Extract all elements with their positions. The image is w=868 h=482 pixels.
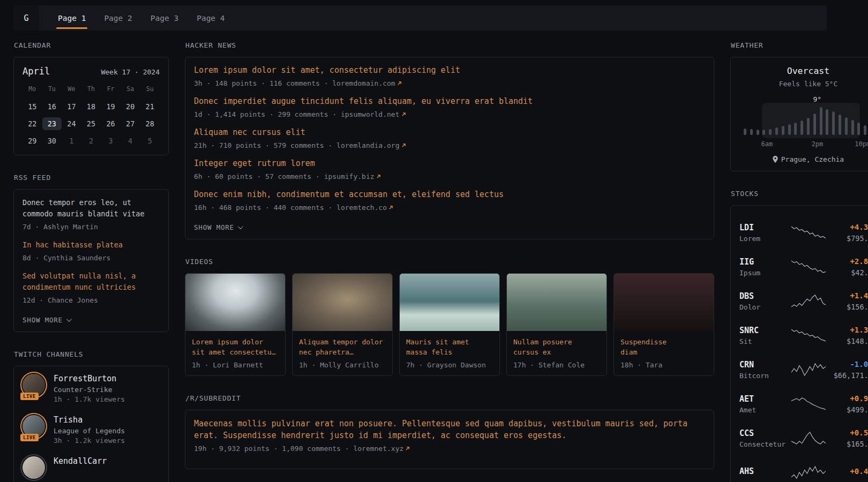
calendar-day: 27	[121, 117, 140, 130]
stock-sparkline	[791, 431, 826, 445]
video-title[interactable]: Aliquam tempor dolor nec pharetra…	[299, 337, 386, 357]
stock-values: -1.00% $66,171.48	[826, 359, 868, 380]
stock-values: +4.35% $795.18	[826, 222, 868, 243]
hn-item-meta: 16h · 468 points · 440 comments · loremt…	[194, 203, 705, 212]
weather-location: Prague, Czechia	[738, 155, 868, 163]
hn-item-meta: 6h · 60 points · 57 comments · ipsumify.…	[194, 172, 705, 181]
stock-name: Bitcorn	[739, 372, 791, 380]
hn-show-more-button[interactable]: SHOW MORE	[194, 223, 242, 231]
twitch-channel-row[interactable]: LIVE Trisha League of Legends 3h · 1.2k …	[23, 415, 160, 445]
avatar	[23, 456, 45, 479]
hn-item-meta-text: 6h · 60 points · 57 comments · ipsumify.…	[194, 172, 375, 180]
chevron-down-icon	[238, 224, 243, 229]
external-link-icon[interactable]	[376, 172, 381, 181]
tab-page-4[interactable]: Page 4	[190, 5, 231, 31]
hacker-news-widget: HACKER NEWS Lorem ipsum dolor sit amet, …	[185, 41, 714, 239]
stock-change: +1.36%	[826, 325, 868, 335]
rss-show-more-button[interactable]: SHOW MORE	[23, 316, 70, 324]
location-pin-icon	[773, 156, 778, 163]
hn-item-meta: 3h · 148 points · 116 comments · loremdo…	[194, 79, 705, 88]
external-link-icon[interactable]	[401, 110, 406, 119]
stock-price: $795.18	[826, 234, 868, 243]
external-link-icon[interactable]	[405, 444, 410, 453]
tab-page-3[interactable]: Page 3	[144, 5, 185, 31]
video-thumbnail	[400, 274, 499, 331]
twitch-channel-game: Counter-Strike	[54, 386, 125, 394]
stock-sparkline	[791, 294, 826, 308]
left-column: CALENDAR April Week 17 · 2024 Mo Tu We T…	[13, 41, 169, 482]
stock-symbol: CCS	[739, 428, 791, 438]
stock-values: +1.36% $148.64	[826, 325, 868, 345]
video-card[interactable]: Mauris sit amet massa felis 7h · Grayson…	[399, 273, 500, 376]
stock-change: +0.51%	[826, 428, 868, 438]
video-card-body: Suspendisse diam 18h · Tara	[614, 331, 714, 375]
hn-item-title[interactable]: Integer eget rutrum lorem	[194, 158, 705, 169]
twitch-channel-name[interactable]: KendallCarr	[54, 456, 107, 466]
stock-name: Amet	[739, 406, 791, 414]
stock-change: -1.00%	[826, 359, 868, 369]
video-title[interactable]: Lorem ipsum dolor sit amet consectetu…	[192, 337, 279, 357]
video-meta: 1h · Lori Barnett	[192, 361, 279, 369]
calendar-day: 26	[101, 117, 121, 130]
hn-item-title[interactable]: Aliquam nec cursus elit	[194, 127, 705, 138]
stock-values: +1.42% $156.28	[826, 291, 868, 311]
twitch-channel-name[interactable]: ForrestBurton	[54, 374, 125, 384]
calendar-day: 19	[101, 100, 121, 113]
tab-page-2[interactable]: Page 2	[97, 5, 139, 31]
twitch-section-title: TWITCH CHANNELS	[14, 350, 168, 358]
stock-sparkline	[791, 363, 826, 376]
stock-symbol: LDI	[739, 223, 791, 232]
calendar-dow: Tu	[42, 85, 62, 96]
subreddit-post-title[interactable]: Maecenas mollis pulvinar erat non posuer…	[194, 418, 705, 441]
stock-row: SNRC Sit +1.36% $148.64	[739, 318, 868, 352]
hn-item-title[interactable]: Donec enim nibh, condimentum et accumsan…	[194, 189, 705, 200]
video-card[interactable]: Nullam posuere cursus ex 17h · Stefan Co…	[506, 273, 607, 376]
calendar-day: 28	[140, 117, 160, 130]
video-card[interactable]: Suspendisse diam 18h · Tara	[613, 273, 714, 376]
right-column: WEATHER Overcast Feels like 5°C 9° 6am 2…	[730, 41, 868, 482]
rss-item-title[interactable]: Donec tempor eros leo, ut commodo mauris…	[23, 197, 160, 220]
app-logo[interactable]: G	[13, 5, 39, 31]
hn-item-title[interactable]: Lorem ipsum dolor sit amet, consectetur …	[194, 65, 705, 76]
tab-page-1[interactable]: Page 1	[51, 5, 93, 31]
calendar-dow: Mo	[23, 85, 42, 96]
hn-item: Donec imperdiet augue tincidunt felis al…	[194, 96, 705, 119]
stock-price: $148.64	[826, 337, 868, 345]
twitch-channel-row[interactable]: LIVE ForrestBurton Counter-Strike 1h · 1…	[23, 374, 160, 403]
hacker-news-card: Lorem ipsum dolor sit amet, consectetur …	[185, 57, 714, 239]
calendar-day: 15	[23, 100, 42, 113]
hn-item-meta-text: 16h · 468 points · 440 comments · loremt…	[194, 204, 387, 212]
video-title[interactable]: Suspendisse diam	[620, 337, 707, 357]
video-card[interactable]: Aliquam tempor dolor nec pharetra… 1h · …	[292, 273, 393, 376]
video-title[interactable]: Mauris sit amet massa felis	[406, 337, 493, 357]
twitch-channel-info: ForrestBurton Counter-Strike 1h · 1.7k v…	[54, 374, 125, 403]
live-badge: LIVE	[20, 434, 39, 441]
hn-item-meta-text: 21h · 710 points · 579 comments · loreml…	[194, 141, 400, 149]
calendar-day: 21	[140, 100, 160, 113]
rss-item-title[interactable]: Sed volutpat nulla nisl, a condimentum n…	[23, 270, 160, 293]
rss-item-meta: 7d · Ashlyn Martin	[23, 222, 160, 231]
subreddit-card: Maecenas mollis pulvinar erat non posuer…	[185, 410, 714, 469]
twitch-channel-row[interactable]: KendallCarr	[23, 456, 160, 479]
video-title[interactable]: Nullam posuere cursus ex	[513, 337, 600, 357]
twitch-channel-meta: 3h · 1.2k viewers	[54, 436, 125, 445]
external-link-icon[interactable]	[401, 141, 406, 150]
rss-item-meta: 8d · Cynthia Saunders	[23, 253, 160, 262]
external-link-icon[interactable]	[388, 203, 393, 212]
calendar-dow: Su	[140, 85, 160, 96]
stock-price: $156.28	[826, 303, 868, 311]
hn-item-title[interactable]: Donec imperdiet augue tincidunt felis al…	[194, 96, 705, 107]
external-link-icon[interactable]	[397, 79, 402, 88]
rss-item-title[interactable]: In hac habitasse platea	[23, 239, 160, 251]
stock-price: $66,171.48	[826, 371, 868, 380]
stock-values: +2.84% $42.04	[826, 257, 868, 277]
video-card[interactable]: Lorem ipsum dolor sit amet consectetu… 1…	[185, 273, 286, 376]
calendar-day: 25	[81, 117, 101, 130]
calendar-day-next-month: 4	[121, 134, 140, 147]
stock-price: $165.84	[826, 440, 868, 448]
stock-change: +0.92%	[826, 394, 868, 403]
hn-item-meta: 21h · 710 points · 579 comments · loreml…	[194, 141, 705, 150]
page-tabs: Page 1 Page 2 Page 3 Page 4	[51, 5, 232, 31]
stock-sparkline	[791, 397, 826, 411]
twitch-channel-name[interactable]: Trisha	[54, 415, 125, 425]
